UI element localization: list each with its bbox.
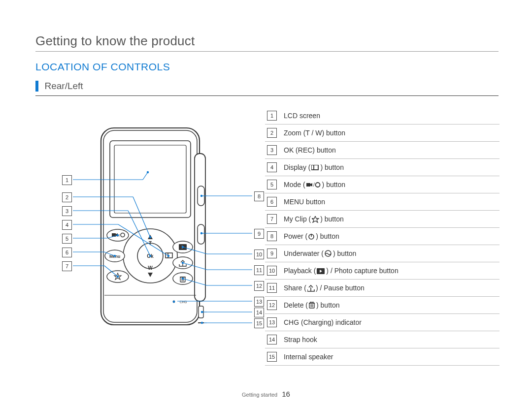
title-underline [35, 51, 499, 52]
legend-row: 2Zoom (T / W) button [265, 125, 499, 142]
legend-num: 6 [267, 197, 277, 207]
legend-num: 4 [267, 162, 277, 172]
callout-14: 14 [254, 308, 264, 317]
svg-point-74 [182, 278, 184, 280]
legend-row: 9Underwater () button [265, 245, 499, 262]
callout-8: 8 [254, 191, 264, 201]
legend-num: 9 [267, 249, 277, 258]
svg-point-71 [182, 262, 184, 264]
svg-point-50 [167, 255, 169, 257]
share-icon [307, 284, 315, 292]
power-icon [308, 232, 315, 240]
callout-9: 9 [254, 229, 264, 239]
legend-text: Strap hook [284, 336, 317, 344]
svg-point-47 [149, 255, 151, 257]
subsection-heading: Rear/Left [35, 81, 499, 96]
legend-num: 5 [267, 180, 277, 189]
product-diagram: T Ok W / Menu [59, 108, 266, 359]
legend-num: 15 [267, 352, 277, 362]
footer-page-number: 16 [282, 390, 290, 398]
legend-row: 12Delete () button [265, 297, 499, 314]
callout-7: 7 [62, 261, 72, 271]
legend-row: 1LCD screen [265, 107, 499, 125]
legend-row: 10Playback () / Photo capture button [265, 262, 499, 280]
legend-num: 14 [267, 335, 277, 344]
svg-point-68 [182, 246, 184, 248]
page-footer: Getting started 16 [0, 390, 532, 398]
legend-text: Underwater () button [284, 250, 356, 258]
callout-3: 3 [62, 206, 72, 216]
legend-text: Display () button [284, 163, 344, 171]
legend-num: 1 [267, 111, 277, 121]
myclip-icon [312, 215, 319, 223]
legend-row: 6MENU button [265, 193, 499, 211]
legend-text: My Clip () button [284, 215, 344, 223]
legend-text: Zoom (T / W) button [284, 129, 345, 137]
legend-num: 13 [267, 317, 277, 327]
svg-point-44 [149, 236, 151, 238]
svg-point-65 [200, 232, 202, 234]
delete-icon [309, 301, 315, 310]
svg-point-56 [114, 255, 116, 257]
svg-point-53 [117, 234, 119, 236]
legend-table: 1LCD screen2Zoom (T / W) button3OK (REC)… [265, 107, 499, 366]
legend-text: CHG (Charging) indicator [284, 318, 362, 326]
display-icon [311, 163, 319, 171]
callout-11: 11 [254, 265, 264, 275]
callout-6: 6 [62, 248, 72, 257]
legend-num: 10 [267, 266, 277, 276]
legend-num: 11 [267, 283, 277, 293]
legend-text: LCD screen [284, 112, 320, 120]
subsection-bar [35, 81, 38, 92]
legend-text: OK (REC) button [284, 146, 336, 154]
callout-4: 4 [62, 220, 72, 230]
legend-row: 7My Clip () button [265, 211, 499, 228]
section-heading: LOCATION OF CONTROLS [35, 61, 170, 73]
legend-row: 15Internal speaker [265, 348, 499, 366]
device-svg: T Ok W / Menu [59, 108, 266, 359]
legend-text: Share () / Pause button [284, 284, 365, 292]
legend-row: 14Strap hook [265, 331, 499, 348]
legend-num: 7 [267, 214, 277, 224]
svg-rect-6 [114, 145, 186, 213]
legend-text: Delete () button [284, 301, 340, 310]
svg-point-41 [147, 171, 149, 173]
legend-row: 11Share () / Pause button [265, 280, 499, 297]
svg-point-76 [173, 301, 175, 303]
legend-text: Internal speaker [284, 353, 333, 361]
svg-point-79 [201, 311, 203, 313]
legend-text: Playback () / Photo capture button [284, 267, 399, 275]
callout-5: 5 [62, 234, 72, 244]
mode-icon [306, 181, 321, 188]
legend-row: 4Display () button [265, 159, 499, 176]
subsection-label: Rear/Left [44, 81, 83, 91]
legend-num: 3 [267, 145, 277, 155]
playback-icon [317, 267, 325, 275]
footer-section: Getting started [242, 392, 277, 398]
legend-row: 13CHG (Charging) indicator [265, 314, 499, 331]
svg-text:W: W [148, 265, 153, 271]
legend-num: 8 [267, 231, 277, 241]
legend-text: Mode () button [284, 181, 345, 188]
callout-15: 15 [254, 318, 264, 328]
svg-point-59 [117, 276, 119, 278]
callout-13: 13 [254, 297, 264, 307]
callout-1: 1 [62, 175, 72, 185]
legend-num: 2 [267, 128, 277, 138]
callout-10: 10 [254, 250, 264, 259]
legend-row: 5Mode () button [265, 176, 499, 193]
page-title: Getting to know the product [35, 33, 195, 49]
legend-num: 12 [267, 300, 277, 310]
callout-12: 12 [254, 281, 264, 291]
legend-text: MENU button [284, 198, 325, 206]
legend-row: 3OK (REC) button [265, 142, 499, 159]
callout-2: 2 [62, 192, 72, 202]
svg-text:CHG: CHG [180, 300, 187, 304]
svg-point-82 [201, 322, 203, 324]
legend-row: 8Power () button [265, 228, 499, 245]
svg-rect-4 [198, 224, 204, 244]
underwater-icon [325, 250, 332, 258]
legend-text: Power () button [284, 232, 339, 240]
